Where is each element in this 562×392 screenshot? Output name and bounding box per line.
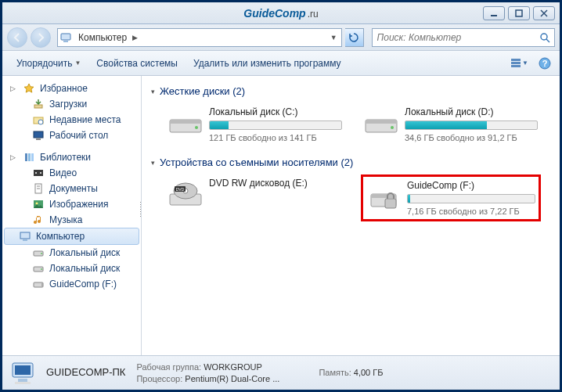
svg-rect-1 — [516, 10, 522, 16]
drive-body: Локальный диск (D:) 34,6 ГБ свободно из … — [405, 106, 538, 142]
expander-icon: ▷ — [10, 85, 18, 92]
drive-c[interactable]: Локальный диск (C:) 121 ГБ свободно из 1… — [165, 103, 345, 146]
svg-rect-18 — [25, 153, 27, 161]
address-bar[interactable]: Компьютер ▶ ▼ — [57, 28, 342, 47]
group-removable[interactable]: ▾ Устройства со съемными носителями (2) — [151, 156, 550, 168]
svg-point-42 — [391, 126, 394, 129]
help-button[interactable]: ? — [536, 55, 553, 72]
svg-rect-41 — [366, 120, 397, 124]
svg-rect-52 — [15, 365, 31, 375]
svg-rect-8 — [511, 59, 521, 61]
sidebar-recent[interactable]: Недавние места — [2, 112, 141, 128]
sidebar-downloads[interactable]: Загрузки — [2, 96, 141, 112]
drive-e[interactable]: DVD DVD RW дисковод (E:) — [165, 174, 345, 221]
chevron-down-icon: ▼ — [74, 59, 81, 67]
svg-rect-50 — [385, 199, 396, 208]
svg-point-23 — [40, 172, 41, 174]
svg-point-6 — [541, 34, 547, 40]
locked-drive-icon — [366, 180, 401, 214]
svg-rect-38 — [170, 120, 201, 124]
recent-icon — [32, 113, 45, 126]
chevron-right-icon[interactable]: ▶ — [130, 34, 140, 41]
computer-icon — [59, 31, 72, 44]
svg-point-22 — [35, 172, 37, 174]
svg-rect-49 — [371, 194, 396, 198]
uninstall-button[interactable]: Удалить или изменить программу — [186, 55, 349, 72]
svg-rect-10 — [511, 65, 521, 67]
svg-text:?: ? — [542, 59, 548, 68]
svg-rect-16 — [34, 131, 43, 138]
group-hdd[interactable]: ▾ Жесткие диски (2) — [151, 85, 550, 97]
refresh-button[interactable] — [345, 28, 364, 47]
usb-drive-icon — [32, 278, 45, 290]
search-bar[interactable] — [372, 28, 555, 47]
svg-text:DVD: DVD — [176, 187, 185, 192]
libraries-icon — [23, 151, 35, 164]
maximize-button[interactable] — [508, 6, 530, 20]
drive-body: GuideComp (F:) 7,16 ГБ свободно из 7,22 … — [407, 180, 535, 216]
dvd-drive-icon: DVD — [168, 178, 203, 212]
sidebar-desktop[interactable]: Рабочий стол — [2, 128, 141, 143]
statusbar: GUIDECOMP-ПК Рабочая группа: WORKGROUP П… — [2, 355, 560, 390]
system-properties-button[interactable]: Свойства системы — [88, 55, 186, 72]
drive-d[interactable]: Локальный диск (D:) 34,6 ГБ свободно из … — [361, 103, 541, 146]
content: ▷ Избранное Загрузки Недавние места Рабо… — [2, 76, 560, 355]
sidebar-guidecomp[interactable]: GuideComp (F:) — [2, 276, 141, 292]
toolbar-right: ▼ ? — [511, 55, 553, 72]
organize-label: Упорядочить — [16, 58, 72, 69]
svg-rect-54 — [15, 382, 31, 384]
drive-bar — [209, 120, 342, 130]
sidebar-resize-handle[interactable] — [139, 76, 142, 355]
back-button[interactable] — [7, 27, 27, 48]
svg-line-7 — [546, 39, 549, 42]
sidebar-local-c[interactable]: Локальный диск — [2, 245, 141, 261]
video-icon — [32, 167, 45, 179]
removable-drives: DVD DVD RW дисковод (E:) GuideComp (F:) … — [165, 174, 550, 221]
svg-point-34 — [41, 268, 42, 270]
drive-label: Локальный диск (D:) — [405, 106, 538, 117]
svg-point-39 — [195, 126, 198, 129]
navbar: Компьютер ▶ ▼ — [2, 24, 560, 51]
view-button[interactable]: ▼ — [511, 55, 528, 72]
svg-rect-29 — [20, 232, 30, 239]
sidebar-local-d[interactable]: Локальный диск — [2, 261, 141, 276]
search-button[interactable] — [535, 28, 554, 47]
sidebar-libraries[interactable]: ▷ Библиотеки — [2, 149, 141, 165]
hdd-icon — [364, 106, 398, 141]
drive-body: Локальный диск (C:) 121 ГБ свободно из 1… — [209, 106, 342, 142]
address-dropdown-icon[interactable]: ▼ — [328, 34, 340, 41]
arrow-right-icon — [35, 32, 46, 43]
forward-button[interactable] — [31, 27, 51, 48]
search-input[interactable] — [373, 32, 535, 43]
hdd-drives: Локальный диск (C:) 121 ГБ свободно из 1… — [165, 103, 550, 146]
organize-button[interactable]: Упорядочить▼ — [9, 55, 88, 72]
sidebar-music[interactable]: Музыка — [2, 212, 141, 228]
drive-status: 121 ГБ свободно из 141 ГБ — [209, 133, 342, 142]
svg-rect-21 — [34, 170, 43, 176]
sidebar-pictures[interactable]: Изображения — [2, 196, 141, 212]
status-text: GUIDECOMP-ПК — [46, 366, 125, 379]
svg-point-32 — [41, 253, 42, 254]
breadcrumb[interactable]: Компьютер — [75, 32, 130, 43]
svg-rect-17 — [36, 138, 41, 140]
titlebar: GuideComp.ru — [2, 2, 560, 24]
sidebar: ▷ Избранное Загрузки Недавние места Рабо… — [2, 76, 142, 355]
drive-label: Локальный диск (C:) — [209, 106, 342, 117]
sidebar-favorites[interactable]: ▷ Избранное — [2, 81, 141, 96]
sidebar-computer[interactable]: Компьютер — [4, 228, 139, 245]
drive-status: 7,16 ГБ свободно из 7,22 ГБ — [407, 207, 535, 216]
downloads-icon — [32, 98, 45, 110]
chevron-down-icon: ▼ — [522, 59, 528, 67]
main-panel: ▾ Жесткие диски (2) Локальный диск (C:) … — [142, 76, 560, 355]
svg-rect-13 — [34, 105, 42, 108]
svg-rect-30 — [23, 239, 27, 241]
svg-rect-19 — [28, 153, 31, 161]
computer-icon — [19, 230, 31, 243]
star-icon — [23, 82, 35, 95]
svg-rect-4 — [61, 34, 70, 40]
drive-f-highlighted[interactable]: GuideComp (F:) 7,16 ГБ свободно из 7,22 … — [361, 174, 541, 221]
sidebar-videos[interactable]: Видео — [2, 165, 141, 181]
minimize-button[interactable] — [483, 6, 505, 20]
close-button[interactable] — [533, 6, 555, 20]
sidebar-documents[interactable]: Документы — [2, 181, 141, 196]
